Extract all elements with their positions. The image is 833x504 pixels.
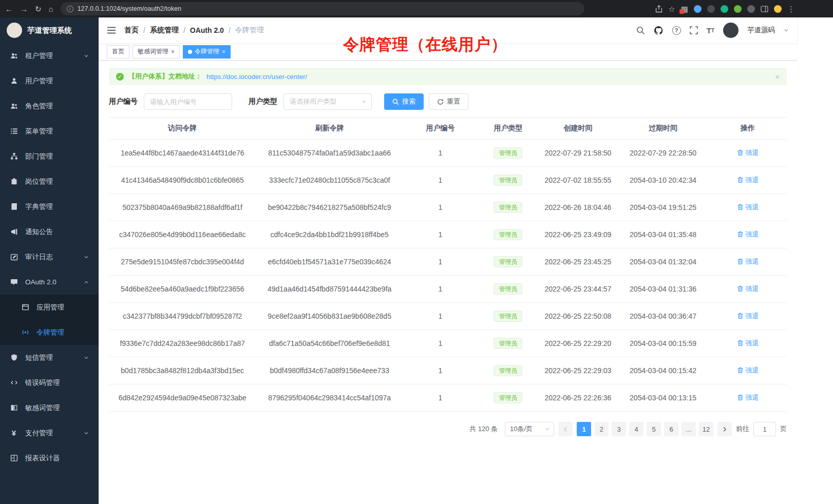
search-button[interactable]: 搜索	[384, 93, 424, 110]
hamburger-icon[interactable]	[107, 26, 116, 34]
tab-home[interactable]: 首页	[107, 45, 129, 59]
extension-green-icon[interactable]	[721, 5, 728, 13]
search-icon[interactable]	[636, 26, 645, 35]
sidebar-item-role[interactable]: 角色管理	[0, 93, 99, 119]
force-logout-link[interactable]: 强退	[737, 203, 759, 212]
user-type-select[interactable]: 请选择用户类型	[283, 93, 372, 110]
back-icon[interactable]: ←	[5, 5, 13, 13]
sidebar-item-report[interactable]: 报表设计器	[0, 445, 99, 471]
access-token-cell: 275e5de9151045fe87cbdc395e004f4d	[109, 248, 256, 276]
sidebar-item-errcode[interactable]: 错误码管理	[0, 370, 99, 395]
access-token-cell: 6d842e2924594de9a09e45e087323abe	[109, 384, 256, 412]
profile-avatar-icon[interactable]	[774, 5, 782, 13]
sidebar-item-user[interactable]: 用户管理	[0, 68, 99, 93]
alert-close-icon[interactable]: ×	[775, 72, 780, 81]
user-id-input[interactable]	[144, 93, 232, 110]
force-logout-link[interactable]: 强退	[737, 312, 759, 321]
home-icon[interactable]: ⌂	[49, 5, 53, 13]
reset-button[interactable]: 重置	[429, 93, 468, 110]
breadcrumb-item[interactable]: 首页	[124, 26, 139, 35]
bookmark-star-icon[interactable]: ☆	[668, 5, 675, 13]
tab-token[interactable]: 令牌管理×	[183, 45, 231, 59]
breadcrumb-item[interactable]: OAuth 2.0	[190, 26, 224, 34]
user-type-placeholder: 请选择用户类型	[290, 97, 336, 106]
page-button-4[interactable]: 4	[629, 422, 643, 436]
sidebar-item-oauth2-app[interactable]: 应用管理	[0, 295, 99, 320]
forward-icon[interactable]: →	[20, 5, 28, 13]
breadcrumb-item[interactable]: 系统管理	[150, 26, 179, 35]
sidebar-item-tenant[interactable]: 租户管理	[0, 43, 99, 68]
edit-icon	[10, 253, 18, 261]
create-time-cell: 2022-06-25 22:26:36	[539, 384, 617, 412]
user-type-badge: 管理员	[494, 392, 522, 403]
user-menu-caret-icon[interactable]	[784, 28, 789, 33]
force-logout-link[interactable]: 强退	[737, 366, 759, 375]
sidebar-item-pay[interactable]: ¥支付管理	[0, 420, 99, 445]
force-logout-link[interactable]: 强退	[737, 176, 759, 185]
signal-icon	[21, 328, 29, 336]
share-icon[interactable]	[655, 5, 662, 13]
action-cell: 强退	[709, 357, 787, 384]
extension-dark-icon[interactable]	[707, 5, 715, 13]
site-info-icon[interactable]: i	[67, 6, 73, 12]
page-button-2[interactable]: 2	[594, 422, 609, 436]
sidebar-item-label: 角色管理	[25, 102, 89, 111]
sidebar-item-sms[interactable]: 短信管理	[0, 345, 99, 370]
help-icon[interactable]: ?	[672, 26, 681, 35]
sidebar-item-audit[interactable]: 审计日志	[0, 244, 99, 269]
github-icon[interactable]	[654, 26, 664, 35]
page-button-1[interactable]: 1	[577, 422, 591, 436]
user-type-cell: 管理员	[478, 221, 539, 248]
docs-link[interactable]: https://doc.iocoder.cn/user-center/	[206, 73, 307, 81]
sidebar-item-label: 部门管理	[25, 152, 89, 161]
sidebar-item-dept[interactable]: 部门管理	[0, 144, 99, 169]
force-logout-link[interactable]: 强退	[737, 257, 759, 266]
force-logout-link[interactable]: 强退	[737, 393, 759, 402]
page-button-3[interactable]: 3	[612, 422, 626, 436]
tab-sensitive[interactable]: 敏感词管理×	[132, 45, 180, 59]
extension-blue-icon[interactable]	[694, 5, 702, 13]
extension-gray-icon[interactable]	[747, 5, 755, 13]
book-icon	[10, 203, 18, 210]
expire-time-cell: 2054-03-04 01:35:48	[617, 221, 709, 248]
sidebar-item-dict[interactable]: 字典管理	[0, 194, 99, 219]
goto-page-input[interactable]	[753, 422, 776, 436]
next-page-button[interactable]	[717, 422, 732, 436]
page-more-button[interactable]: ...	[681, 422, 696, 436]
force-logout-link[interactable]: 强退	[737, 339, 759, 348]
force-logout-link[interactable]: 强退	[737, 230, 759, 239]
tab-close-icon[interactable]: ×	[222, 49, 225, 55]
sidebar-item-oauth2-token[interactable]: 令牌管理	[0, 320, 99, 345]
page-button-12[interactable]: 12	[699, 422, 713, 436]
url-bar[interactable]: i 127.0.0.1:1024/system/oauth2/token	[61, 2, 584, 15]
force-logout-link[interactable]: 强退	[737, 148, 759, 158]
tab-label: 首页	[112, 47, 124, 56]
sidebar-item-label: 短信管理	[25, 353, 77, 362]
sidebar-item-oauth2[interactable]: OAuth 2.0	[0, 269, 99, 295]
tab-close-icon[interactable]: ×	[171, 49, 175, 55]
more-menu-icon[interactable]: ⋮	[787, 5, 795, 13]
column-header: 用户类型	[478, 118, 539, 140]
sidebar-item-menu[interactable]: 菜单管理	[0, 119, 99, 144]
font-size-icon[interactable]: TT	[707, 26, 714, 35]
refresh-icon[interactable]: ↻	[35, 5, 42, 13]
user-name[interactable]: 芋道源码	[747, 26, 775, 35]
extensions-icon[interactable]: ▦	[681, 5, 688, 13]
page-size-select[interactable]: 10条/页	[505, 422, 554, 436]
force-logout-link[interactable]: 强退	[737, 284, 759, 294]
sidebar-item-label: 令牌管理	[36, 328, 89, 337]
fullscreen-icon[interactable]	[690, 26, 698, 34]
app-icon	[21, 303, 29, 311]
prev-page-button[interactable]	[558, 422, 573, 436]
split-view-icon[interactable]	[761, 6, 768, 12]
chevron-down-icon	[84, 355, 89, 360]
extension-puzzle-icon[interactable]	[734, 5, 742, 13]
page-button-6[interactable]: 6	[664, 422, 678, 436]
sidebar-item-sensitive[interactable]: 敏感词管理	[0, 395, 99, 420]
page-button-5[interactable]: 5	[647, 422, 661, 436]
sidebar-item-notice[interactable]: 通知公告	[0, 219, 99, 244]
app-logo[interactable]: 芋道管理系统	[0, 17, 99, 43]
user-avatar[interactable]	[723, 23, 739, 38]
sidebar-item-post[interactable]: 岗位管理	[0, 169, 99, 194]
user-icon	[10, 77, 18, 85]
